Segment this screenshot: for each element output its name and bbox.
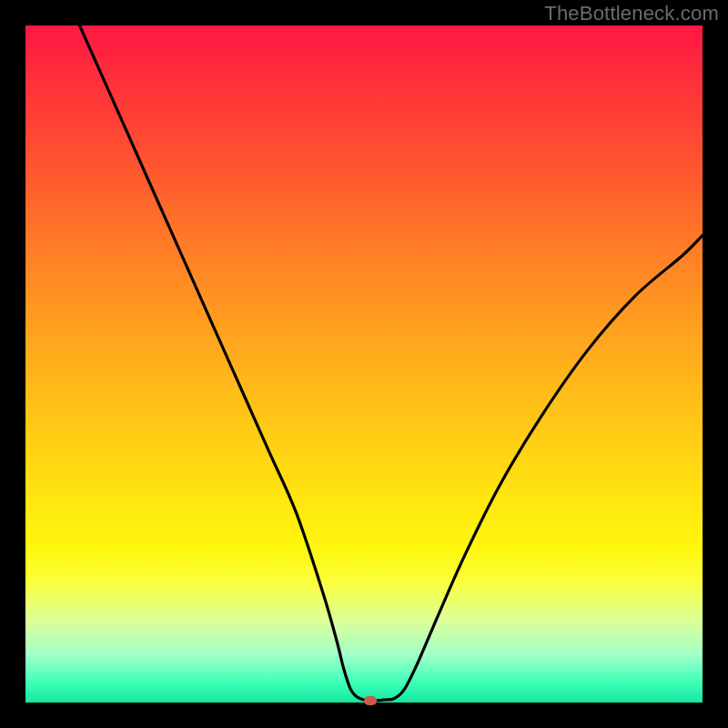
watermark-text: TheBottleneck.com	[544, 2, 719, 25]
plot-area	[25, 25, 703, 703]
bottleneck-curve	[25, 25, 703, 703]
chart-frame: TheBottleneck.com	[0, 0, 728, 728]
optimal-point-marker	[364, 696, 377, 705]
